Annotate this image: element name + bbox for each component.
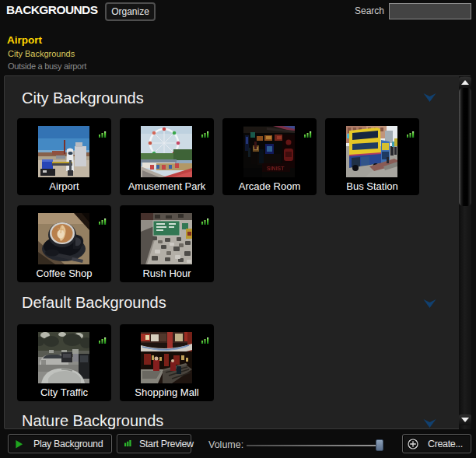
svg-text:SINIST: SINIST <box>267 166 285 171</box>
